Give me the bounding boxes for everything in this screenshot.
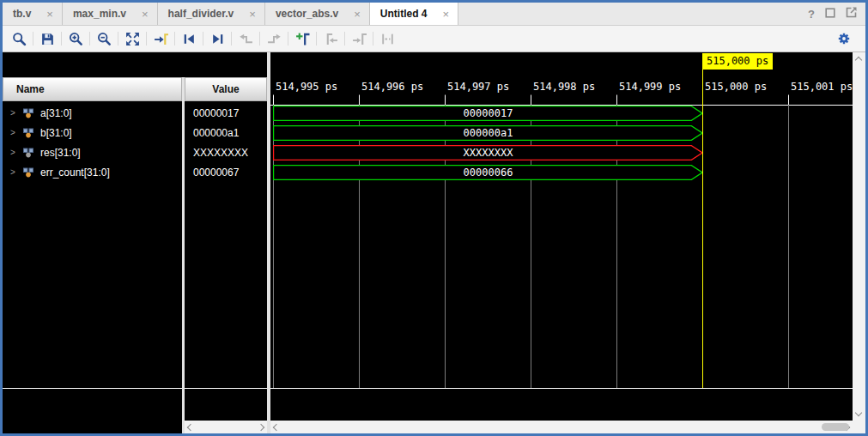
editor-tab[interactable]: vector_abs.v × <box>265 3 370 25</box>
signal-name: b[31:0] <box>40 127 72 139</box>
tabbar-spacer <box>458 3 808 25</box>
scroll-up-icon[interactable] <box>855 57 862 64</box>
scroll-down-icon[interactable] <box>855 409 862 416</box>
scrollbar-thumb[interactable] <box>822 423 849 431</box>
tab-label: half_divider.v <box>168 8 234 20</box>
tab-close-icon[interactable]: × <box>142 9 149 20</box>
name-header-label: Name <box>16 83 45 95</box>
toolbar-separator <box>344 32 345 45</box>
signal-tree-row[interactable]: > a[31:0] <box>3 103 182 123</box>
axis-tick-mark <box>273 95 274 105</box>
add-marker-button[interactable] <box>291 27 313 50</box>
expander-icon[interactable]: > <box>9 128 16 137</box>
vivado-waveform-window: tb.v × max_min.v × half_divider.v × vect… <box>0 0 868 436</box>
axis-tick-mark <box>788 95 789 105</box>
value-header-label: Value <box>212 83 239 95</box>
editor-tab[interactable]: tb.v × <box>3 3 63 25</box>
tab-close-icon[interactable]: × <box>354 9 361 20</box>
waveform-bus-res[31:0][interactable]: XXXXXXXX <box>273 145 703 160</box>
toolbar-separator <box>61 32 62 45</box>
value-horizontal-scrollbar[interactable] <box>185 421 267 433</box>
waveform-bus-err_count[31:0][interactable]: 00000066 <box>273 165 703 180</box>
zoom-in-button[interactable] <box>64 27 87 50</box>
toolbar-separator <box>203 32 203 45</box>
gridline <box>788 94 789 388</box>
tab-close-icon[interactable]: × <box>443 9 450 20</box>
signal-value-cell: 00000067 <box>185 162 267 182</box>
bus-value-label: 00000066 <box>273 165 703 180</box>
bus-value-label: 000000a1 <box>273 125 703 141</box>
zoom-to-cursor-button[interactable] <box>149 27 172 50</box>
waveform-bus-b[31:0][interactable]: 000000a1 <box>273 125 703 141</box>
next-marker-button[interactable] <box>348 27 370 50</box>
save-waveform-configuration-button[interactable] <box>36 27 58 50</box>
previous-marker-button[interactable] <box>319 27 342 50</box>
content-end-line <box>3 388 182 389</box>
tab-close-icon[interactable]: × <box>249 9 256 20</box>
signal-tree-row[interactable]: > err_count[31:0] <box>3 162 182 182</box>
toolbar-separator <box>316 32 317 45</box>
axis-tick-label: 514,999 ps <box>619 81 681 93</box>
maximize-icon[interactable] <box>846 6 857 21</box>
axis-tick-mark <box>445 95 446 105</box>
tab-label: tb.v <box>13 8 31 20</box>
signal-name: a[31:0] <box>40 107 72 119</box>
waveform-toolbar <box>3 26 865 52</box>
signal-tree-row[interactable]: > b[31:0] <box>3 123 182 142</box>
bus-signal-icon <box>22 108 34 118</box>
value-column-header[interactable]: Value <box>185 77 267 101</box>
axis-tick-label: 515,001 ps <box>791 81 853 93</box>
zoom-out-button[interactable] <box>93 27 115 50</box>
bus-signal-icon <box>22 128 34 138</box>
axis-tick-mark <box>359 95 360 105</box>
expander-icon[interactable]: > <box>9 108 16 118</box>
toolbar-separator <box>259 32 260 45</box>
scroll-right-icon[interactable] <box>258 423 264 430</box>
signal-value-list: 00000017000000a1XXXXXXXX00000067 <box>185 103 267 182</box>
zoom-fit-button[interactable] <box>121 27 143 50</box>
editor-tab-bar: tb.v × max_min.v × half_divider.v × vect… <box>3 3 865 26</box>
next-transition-button[interactable] <box>263 27 285 50</box>
signal-name-list: > a[31:0] > b[31:0] > <box>3 103 182 182</box>
help-icon[interactable]: ? <box>808 8 815 21</box>
toolbar-separator <box>33 32 33 45</box>
editor-tab[interactable]: max_min.v × <box>63 3 158 25</box>
axis-tick-label: 515,000 ps <box>705 81 767 93</box>
signal-name: res[31:0] <box>40 147 81 159</box>
go-to-time-0-button[interactable] <box>178 27 200 50</box>
scroll-left-icon[interactable] <box>187 423 194 430</box>
tab-label: max_min.v <box>73 8 126 20</box>
bus-value-label: XXXXXXXX <box>273 145 703 160</box>
expander-icon[interactable]: > <box>9 148 16 157</box>
settings-gear-icon[interactable] <box>833 27 855 50</box>
signal-value-cell: 000000a1 <box>185 123 267 142</box>
swap-cursors-button[interactable] <box>376 27 398 50</box>
toolbar-separator <box>288 32 288 45</box>
signal-tree-row[interactable]: > res[31:0] <box>3 142 182 162</box>
name-column-header[interactable]: Name <box>3 77 182 101</box>
signal-name: err_count[31:0] <box>40 167 110 179</box>
editor-tab[interactable]: half_divider.v × <box>158 3 265 25</box>
time-cursor-line[interactable] <box>702 69 703 388</box>
tab-label: vector_abs.v <box>276 8 338 20</box>
scroll-left-icon[interactable] <box>273 423 280 430</box>
previous-transition-button[interactable] <box>234 27 257 50</box>
go-to-last-time-button[interactable] <box>206 27 228 50</box>
tab-label: Untitled 4 <box>380 8 428 20</box>
toolbar-separator <box>146 32 147 45</box>
editor-tab[interactable]: Untitled 4 × <box>370 3 458 25</box>
waveform-canvas[interactable]: 514,995 ps514,996 ps514,997 ps514,998 ps… <box>270 52 853 433</box>
float-window-icon[interactable] <box>825 6 835 21</box>
waveform-vertical-scrollbar[interactable] <box>853 52 865 421</box>
axis-tick-label: 514,998 ps <box>533 81 595 93</box>
expander-icon[interactable]: > <box>9 167 16 177</box>
bus-signal-icon <box>22 148 34 158</box>
cursor-time-label[interactable]: 515,000 ps <box>702 53 773 70</box>
axis-tick-label: 514,995 ps <box>276 81 337 93</box>
waveform-horizontal-scrollbar[interactable] <box>270 421 853 433</box>
tab-close-icon[interactable]: × <box>46 9 53 20</box>
signal-value-cell: XXXXXXXX <box>185 142 267 162</box>
waveform-bus-a[31:0][interactable]: 00000017 <box>273 106 703 121</box>
content-end-line <box>185 388 267 389</box>
find-button[interactable] <box>8 27 30 50</box>
